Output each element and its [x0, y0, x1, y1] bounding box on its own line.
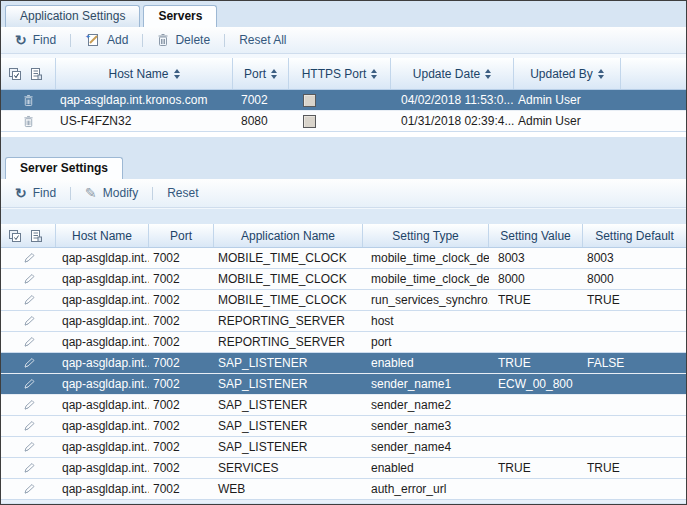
cell-application-name: SAP_LISTENER: [214, 374, 363, 394]
cell-port: 7002: [233, 90, 289, 110]
add-button[interactable]: ✦ Add: [79, 32, 134, 48]
column-label: HTTPS Port: [302, 67, 367, 81]
cell-setting-default: [583, 416, 686, 436]
cell-update-date: 01/31/2018 02:39:4...: [391, 111, 514, 131]
setting-row[interactable]: qap-asgldap.int.... 7002 MOBILE_TIME_CLO…: [1, 290, 686, 311]
column-label: Host Name: [72, 229, 132, 243]
column-header-setting-type[interactable]: Setting Type: [363, 224, 489, 247]
setting-row[interactable]: qap-asgldap.int.... 7002 MOBILE_TIME_CLO…: [1, 269, 686, 290]
setting-row[interactable]: qap-asgldap.int.... 7002 MOBILE_TIME_CLO…: [1, 248, 686, 269]
cell-setting-value: 8000: [489, 269, 583, 289]
setting-row[interactable]: qap-asgldap.int.... 7002 REPORTING_SERVE…: [1, 332, 686, 353]
delete-button[interactable]: Delete: [151, 33, 216, 47]
toolbar-grid-gap: [1, 208, 686, 224]
cell-host-name: qap-asgldap.int....: [56, 311, 149, 331]
row-edit-pencil-icon[interactable]: [1, 437, 56, 457]
server-row[interactable]: US-F4FZN32 8080 01/31/2018 02:39:4... Ad…: [1, 111, 686, 132]
cell-setting-default: [583, 437, 686, 457]
row-trash-icon[interactable]: [1, 90, 56, 110]
row-trash-icon[interactable]: [1, 111, 56, 131]
tab-application-settings[interactable]: Application Settings: [5, 5, 140, 27]
column-header-port[interactable]: Port: [233, 58, 289, 89]
setting-row[interactable]: qap-asgldap.int.... 7002 SAP_LISTENER se…: [1, 395, 686, 416]
cell-host-name: qap-asgldap.int....: [56, 374, 149, 394]
setting-row[interactable]: qap-asgldap.int.... 7002 SERVICES enable…: [1, 458, 686, 479]
row-edit-pencil-icon[interactable]: [1, 290, 56, 310]
select-all-icon[interactable]: [8, 67, 22, 81]
cell-setting-type: sender_name4: [363, 437, 489, 457]
column-header-updated-by[interactable]: Updated By: [514, 58, 621, 89]
cell-setting-default: FALSE: [583, 353, 686, 373]
row-edit-pencil-icon[interactable]: [1, 458, 56, 478]
row-edit-pencil-icon[interactable]: [1, 332, 56, 352]
column-header-setting-default[interactable]: Setting Default: [583, 224, 686, 247]
cell-setting-default: [583, 311, 686, 331]
reset-button[interactable]: Reset: [161, 186, 204, 200]
row-edit-pencil-icon[interactable]: [1, 395, 56, 415]
column-header-update-date[interactable]: Update Date: [391, 58, 514, 89]
cell-host-name: qap-asgldap.int.kronos.com: [56, 90, 233, 110]
cell-host-name: qap-asgldap.int....: [56, 290, 149, 310]
column-header-application-name[interactable]: Application Name: [214, 224, 363, 247]
column-header-host-name[interactable]: Host Name: [56, 224, 149, 247]
cell-port: 7002: [149, 374, 214, 394]
cell-setting-value: TRUE: [489, 290, 583, 310]
https-port-checkbox[interactable]: [303, 115, 316, 128]
column-header-https-port[interactable]: HTTPS Port: [289, 58, 391, 89]
cell-port: 8080: [233, 111, 289, 131]
server-settings-toolbar: ↻ Find ✎ Modify Reset: [1, 179, 686, 208]
cell-setting-value: [489, 332, 583, 352]
column-header-host-name[interactable]: Host Name: [56, 58, 233, 89]
sort-arrows-icon: [371, 69, 377, 79]
setting-row[interactable]: qap-asgldap.int.... 7002 REPORTING_SERVE…: [1, 311, 686, 332]
setting-row[interactable]: qap-asgldap.int.... 7002 SAP_LISTENER se…: [1, 437, 686, 458]
sort-arrows-icon: [485, 69, 491, 79]
row-edit-pencil-icon[interactable]: [1, 311, 56, 331]
column-label: Setting Value: [500, 229, 571, 243]
reset-all-button[interactable]: Reset All: [233, 33, 292, 47]
column-list-icon[interactable]: [29, 67, 42, 81]
cell-application-name: MOBILE_TIME_CLOCK: [214, 248, 363, 268]
cell-setting-default: TRUE: [583, 458, 686, 478]
column-header-setting-value[interactable]: Setting Value: [489, 224, 583, 247]
tab-servers[interactable]: Servers: [143, 5, 217, 27]
row-edit-pencil-icon[interactable]: [1, 479, 56, 499]
cell-host-name: qap-asgldap.int....: [56, 332, 149, 352]
pencil-icon: ✎: [85, 186, 97, 200]
modify-button[interactable]: ✎ Modify: [79, 186, 144, 200]
column-header-port[interactable]: Port: [149, 224, 214, 247]
setting-row[interactable]: qap-asgldap.int.... 7002 WEB auth_error_…: [1, 479, 686, 500]
https-port-checkbox[interactable]: [303, 94, 316, 107]
find-button[interactable]: ↻ Find: [9, 33, 62, 47]
servers-panel: Application Settings Servers ↻ Find ✦ Ad…: [1, 1, 686, 137]
cell-updated-by: Admin User: [514, 111, 621, 131]
tab-server-settings[interactable]: Server Settings: [5, 157, 123, 179]
cell-setting-default: [583, 332, 686, 352]
row-edit-pencil-icon[interactable]: [1, 353, 56, 373]
find-button[interactable]: ↻ Find: [9, 186, 62, 200]
cell-port: 7002: [149, 458, 214, 478]
column-header-filler: [621, 58, 686, 89]
cell-setting-default: [583, 395, 686, 415]
settings-table-body: qap-asgldap.int.... 7002 MOBILE_TIME_CLO…: [1, 248, 686, 500]
reset-label: Reset: [167, 186, 198, 200]
row-edit-pencil-icon[interactable]: [1, 269, 56, 289]
sort-arrows-icon: [271, 69, 277, 79]
cell-port: 7002: [149, 437, 214, 457]
cell-application-name: SERVICES: [214, 458, 363, 478]
row-edit-pencil-icon[interactable]: [1, 374, 56, 394]
column-label: Setting Default: [595, 229, 674, 243]
cell-application-name: REPORTING_SERVER: [214, 311, 363, 331]
new-document-icon: ✦: [85, 32, 101, 48]
server-row[interactable]: qap-asgldap.int.kronos.com 7002 04/02/20…: [1, 90, 686, 111]
setting-row[interactable]: qap-asgldap.int.... 7002 SAP_LISTENER se…: [1, 416, 686, 437]
setting-row[interactable]: qap-asgldap.int.... 7002 SAP_LISTENER se…: [1, 374, 686, 395]
row-edit-pencil-icon[interactable]: [1, 248, 56, 268]
setting-row[interactable]: qap-asgldap.int.... 7002 SAP_LISTENER en…: [1, 353, 686, 374]
column-list-icon[interactable]: [29, 229, 42, 243]
select-all-icon[interactable]: [8, 229, 22, 243]
header-icon-cell: [1, 58, 56, 89]
find-label: Find: [33, 33, 56, 47]
cell-setting-value: [489, 479, 583, 499]
row-edit-pencil-icon[interactable]: [1, 416, 56, 436]
